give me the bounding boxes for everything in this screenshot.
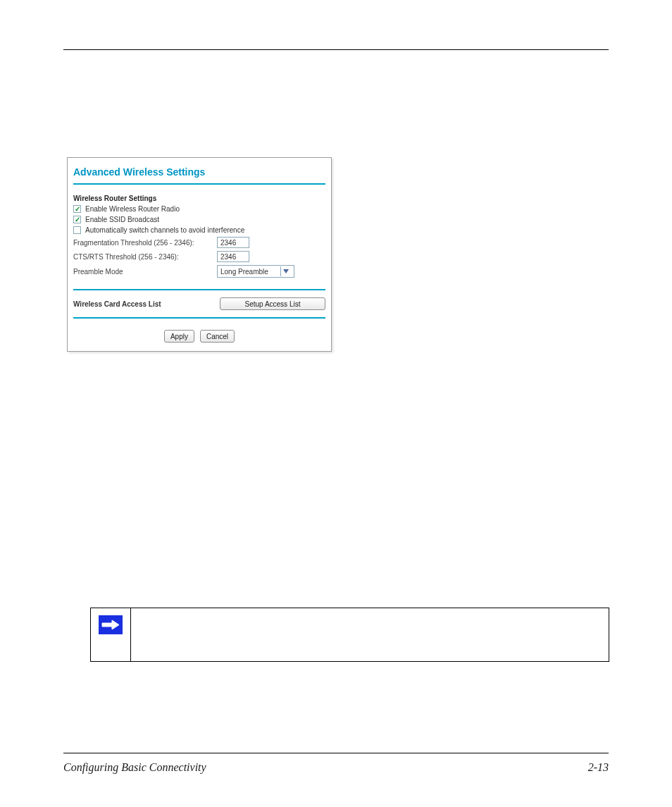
note-body [131,608,609,661]
input-cts-rts-threshold[interactable] [217,251,249,262]
label-wireless-card-access-list: Wireless Card Access List [73,300,161,308]
note-box [90,608,609,662]
cancel-button[interactable]: Cancel [200,330,235,343]
label-enable-wireless-radio: Enable Wireless Router Radio [85,205,180,213]
checkbox-auto-switch-channels[interactable] [73,226,81,234]
row-enable-wireless-radio: Enable Wireless Router Radio [73,205,325,213]
row-enable-ssid-broadcast: Enable SSID Broadcast [73,216,325,223]
arrow-right-icon [99,615,123,634]
label-auto-switch-channels: Automatically switch channels to avoid i… [85,226,244,234]
panel-title: Advanced Wireless Settings [73,165,325,185]
select-preamble-mode-value: Long Preamble [220,268,268,276]
advanced-wireless-panel: Advanced Wireless Settings Wireless Rout… [67,157,332,352]
chevron-down-icon [280,266,291,276]
label-enable-ssid-broadcast: Enable SSID Broadcast [85,216,159,223]
setup-access-list-button[interactable]: Setup Access List [220,297,325,310]
section-wireless-router-settings: Wireless Router Settings [73,195,325,202]
input-fragmentation-threshold[interactable] [217,237,249,248]
checkbox-enable-wireless-radio[interactable] [73,205,81,213]
row-preamble-mode: Preamble Mode Long Preamble [73,265,325,278]
row-cts-rts-threshold: CTS/RTS Threshold (256 - 2346): [73,251,325,262]
select-preamble-mode[interactable]: Long Preamble [217,265,294,278]
note-icon-cell [91,608,131,661]
apply-button[interactable]: Apply [164,330,194,343]
footer-page-number: 2-13 [588,761,609,774]
panel-button-row: Apply Cancel [73,330,325,343]
page: Advanced Wireless Settings Wireless Rout… [0,0,672,807]
header-rule [63,49,609,50]
checkbox-enable-ssid-broadcast[interactable] [73,216,81,223]
row-fragmentation-threshold: Fragmentation Threshold (256 - 2346): [73,237,325,248]
footer-rule [63,753,609,753]
label-fragmentation-threshold: Fragmentation Threshold (256 - 2346): [73,239,217,247]
row-auto-switch-channels: Automatically switch channels to avoid i… [73,226,325,234]
label-cts-rts-threshold: CTS/RTS Threshold (256 - 2346): [73,253,217,261]
page-footer: Configuring Basic Connectivity 2-13 [63,761,609,774]
row-wireless-card-access-list: Wireless Card Access List Setup Access L… [73,289,325,319]
svg-marker-0 [283,269,289,273]
footer-chapter-title: Configuring Basic Connectivity [63,761,206,774]
label-preamble-mode: Preamble Mode [73,268,217,276]
